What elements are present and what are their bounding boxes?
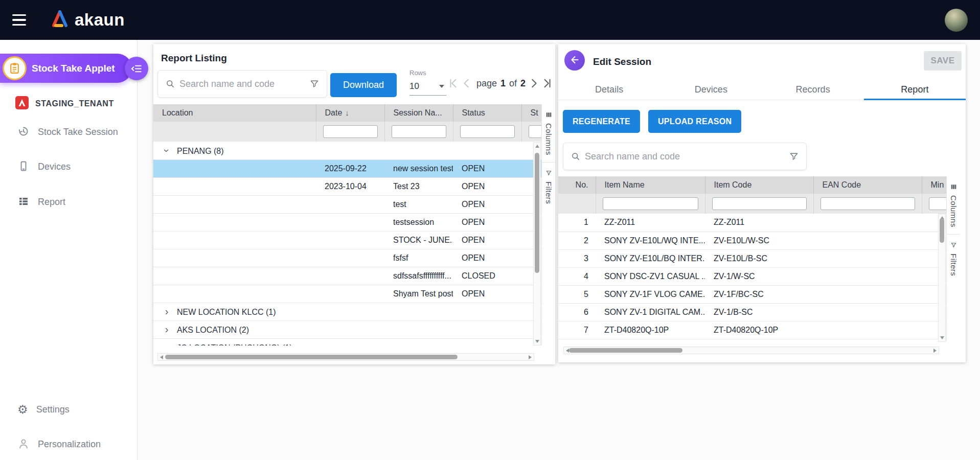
app-logo[interactable]: akaun <box>49 10 125 30</box>
column-header[interactable]: Session Na... <box>384 104 453 122</box>
tab-devices[interactable]: Devices <box>660 80 762 100</box>
filter-funnel-icon[interactable] <box>307 77 322 91</box>
scroll-down-arrow-icon[interactable] <box>535 340 539 343</box>
column-filter-input[interactable] <box>529 125 542 138</box>
horizontal-scrollbar[interactable] <box>157 353 534 361</box>
column-header[interactable]: Min <box>922 176 946 194</box>
location-group-row[interactable]: ›AKS LOCATION (2) <box>153 320 541 338</box>
chevron-down-icon[interactable]: › <box>161 143 173 157</box>
filter-cell <box>316 122 384 142</box>
column-header-label: Location <box>162 108 193 117</box>
column-filter-input[interactable] <box>323 125 378 138</box>
back-button[interactable] <box>564 50 585 71</box>
vertical-scrollbar[interactable] <box>938 214 946 342</box>
report-row[interactable]: Shyam Test postOPEN <box>153 285 541 303</box>
column-header[interactable]: Date↓ <box>316 104 384 122</box>
filters-rail-toggle[interactable]: Filters <box>544 163 553 204</box>
sidebar-item-settings[interactable]: ⚙ Settings <box>17 399 70 420</box>
table-cell: test <box>384 195 453 213</box>
column-header[interactable]: Item Name <box>596 176 705 194</box>
item-row[interactable]: 6SONY ZV-1 DIGITAL CAM...ZV-1/B-SC <box>558 303 946 321</box>
sidebar-item-stock-take-session[interactable]: Stock Take Session <box>17 122 118 142</box>
column-filter-input[interactable] <box>712 197 807 210</box>
next-page-button[interactable] <box>527 77 540 90</box>
sidebar-item-devices[interactable]: Devices <box>17 156 71 177</box>
first-page-button[interactable] <box>446 77 460 90</box>
scrollbar-thumb[interactable] <box>940 218 944 243</box>
column-header[interactable]: St <box>521 104 541 122</box>
chevron-right-icon[interactable]: › <box>159 341 174 346</box>
chevron-right-icon[interactable]: › <box>159 324 174 335</box>
columns-rail-toggle[interactable]: Columns <box>949 176 958 227</box>
table-cell: OPEN <box>453 195 521 213</box>
search-input[interactable] <box>585 151 787 162</box>
filter-cell <box>813 194 922 214</box>
column-header[interactable]: Status <box>453 104 521 122</box>
filters-rail-toggle[interactable]: Filters <box>949 235 958 276</box>
search-input[interactable] <box>179 79 307 89</box>
report-row[interactable]: 2023-10-04Test 23OPEN <box>153 177 541 195</box>
filter-cell <box>922 194 946 214</box>
table-header-row: LocationDate↓Session Na...StatusSt <box>153 104 541 122</box>
report-row[interactable]: testOPEN <box>153 195 541 213</box>
item-row[interactable]: 7ZT-D40820Q-10PZT-D40820Q-10P <box>558 321 946 339</box>
tenant-row[interactable]: STAGING_TENANT <box>15 96 114 111</box>
columns-rail-toggle[interactable]: Columns <box>544 104 553 155</box>
upload-reason-button[interactable]: UPLOAD REASON <box>648 110 741 133</box>
report-row[interactable]: fsfsfOPEN <box>153 249 541 267</box>
item-row[interactable]: 4SONY DSC-ZV1 CASUAL ...ZV-1/W-SC <box>558 267 946 285</box>
location-group-row[interactable]: ›NEW LOCATION KLCC (1) <box>153 303 541 320</box>
sidebar-item-report[interactable]: Report <box>17 192 65 212</box>
rows-per-page-select[interactable]: Rows 10 <box>409 69 446 96</box>
scroll-up-arrow-icon[interactable] <box>535 145 539 148</box>
download-button[interactable]: Download <box>330 73 397 97</box>
scroll-down-arrow-icon[interactable] <box>940 336 944 339</box>
save-button[interactable]: SAVE <box>924 51 962 71</box>
scroll-right-arrow-icon[interactable] <box>529 355 532 359</box>
item-row[interactable]: 3SONY ZV-E10L/BQ INTER...ZV-E10L/B-SC <box>558 249 946 267</box>
vertical-scrollbar[interactable] <box>533 142 541 346</box>
tab-records[interactable]: Records <box>762 80 864 100</box>
table-cell: 4 <box>558 267 596 285</box>
column-filter-input[interactable] <box>603 197 698 210</box>
column-filter-input[interactable] <box>392 125 446 138</box>
item-row[interactable]: 1ZZ-Z011ZZ-Z011 <box>558 214 946 232</box>
column-header[interactable]: Location <box>153 104 316 122</box>
scrollbar-thumb[interactable] <box>569 348 682 353</box>
chevron-right-icon[interactable]: › <box>159 306 174 317</box>
location-group-row[interactable]: ›PENANG (8) <box>153 142 541 159</box>
report-row[interactable]: 2025-09-22new session testOPEN <box>153 159 541 177</box>
location-group-row[interactable]: ›JC LOCATION (PUCHONG) (1) <box>153 338 541 346</box>
column-filter-input[interactable] <box>929 197 947 210</box>
item-row[interactable]: 2SONY ZV-E10L/WQ INTE...ZV-E10L/W-SC <box>558 232 946 249</box>
column-header[interactable]: No. <box>558 176 596 194</box>
regenerate-button[interactable]: REGENERATE <box>563 110 640 133</box>
scroll-right-arrow-icon[interactable] <box>933 349 937 353</box>
user-avatar[interactable] <box>945 9 968 32</box>
scrollbar-thumb[interactable] <box>165 355 458 359</box>
applet-pill[interactable]: Stock Take Applet <box>0 54 132 83</box>
tab-report[interactable]: Report <box>864 80 966 100</box>
report-row[interactable]: testsessionOPEN <box>153 213 541 231</box>
item-row[interactable]: 5SONY ZV-1F VLOG CAME...ZV-1F/BC-SC <box>558 285 946 303</box>
column-header-label: Item Name <box>605 180 645 189</box>
report-row[interactable]: STOCK - JUNE...OPEN <box>153 231 541 249</box>
filter-funnel-icon[interactable] <box>787 149 801 164</box>
table-cell: OPEN <box>453 177 521 195</box>
scrollbar-thumb[interactable] <box>535 153 539 273</box>
column-header[interactable]: EAN Code <box>813 176 922 194</box>
column-filter-input[interactable] <box>821 197 915 210</box>
column-filter-input[interactable] <box>460 125 515 138</box>
hamburger-menu-icon[interactable] <box>12 11 33 29</box>
sidebar-toggle-button[interactable] <box>125 57 148 80</box>
sidebar-item-personalization[interactable]: Personalization <box>17 434 101 454</box>
tab-details[interactable]: Details <box>558 80 660 100</box>
column-header[interactable]: Item Code <box>705 176 813 194</box>
last-page-button[interactable] <box>540 77 554 90</box>
report-row[interactable]: sdfssafsffffffffff...CLOSED <box>153 267 541 285</box>
prev-page-button[interactable] <box>460 77 474 90</box>
scroll-left-arrow-icon[interactable] <box>160 355 163 359</box>
horizontal-scrollbar[interactable] <box>563 347 939 354</box>
table-cell <box>813 321 922 339</box>
sort-desc-icon[interactable]: ↓ <box>345 108 349 117</box>
